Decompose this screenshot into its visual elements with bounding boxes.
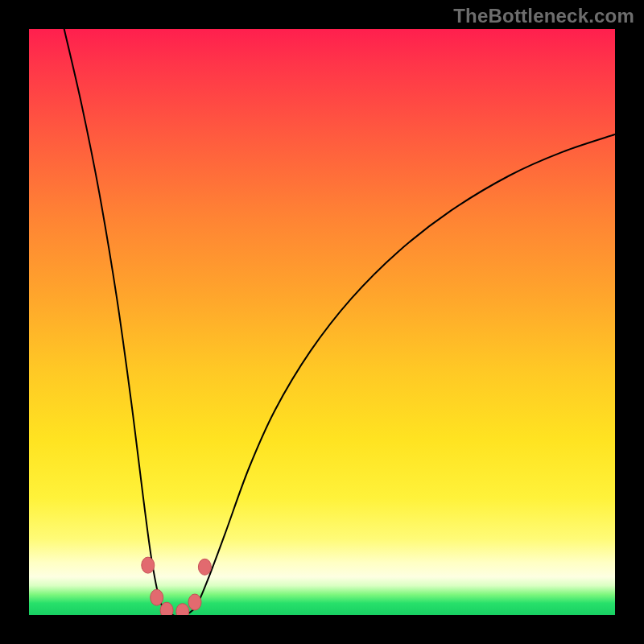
chart-frame: TheBottleneck.com	[0, 0, 644, 644]
curve-marker	[176, 604, 189, 615]
curve-marker	[188, 594, 201, 610]
curve-marker	[160, 602, 173, 615]
curve-marker	[142, 557, 155, 573]
curve-marker	[151, 589, 163, 605]
bottleneck-curve	[64, 29, 615, 615]
curve-markers	[142, 557, 212, 615]
plot-svg	[29, 29, 615, 615]
curve-marker	[198, 559, 211, 575]
watermark-text: TheBottleneck.com	[453, 5, 634, 27]
